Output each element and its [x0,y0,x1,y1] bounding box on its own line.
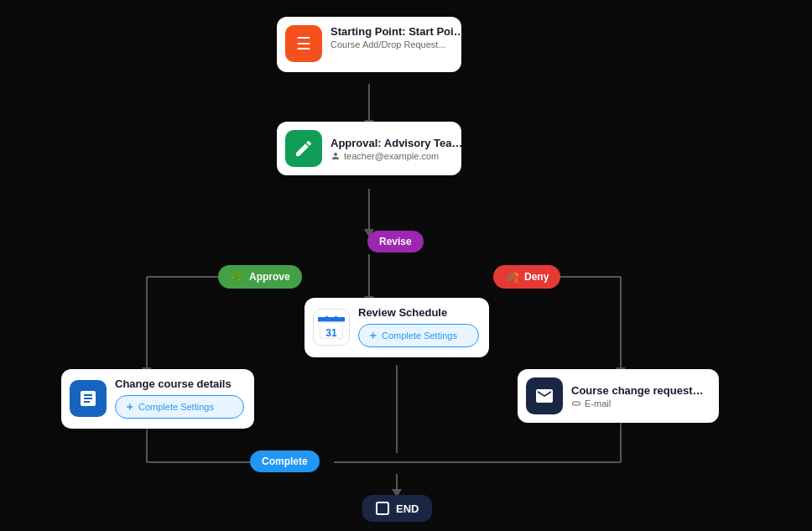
change-plus-icon: ＋ [124,399,135,414]
starting-point-node: ☰ Starting Point: Start Point: A... Cour… [277,17,461,72]
starting-point-icon: ☰ [285,25,322,62]
change-course-icon [70,380,107,417]
starting-point-subtitle: Course Add/Drop Request... [331,39,465,49]
rejected-content: Course change request rejec... E-mail [571,384,705,409]
approve-badge[interactable]: 🌿 Approve [218,265,302,289]
deny-badge[interactable]: 🍂 Deny [493,265,560,289]
svg-text:31: 31 [325,326,337,338]
approval-node: Approval: Advisory Teacher teacher@examp… [277,122,461,175]
svg-rect-20 [318,317,345,321]
review-plus-icon: ＋ [367,328,378,343]
svg-rect-23 [325,315,328,320]
starting-point-title: Starting Point: Start Point: A... [331,25,465,38]
revise-label: Revise [379,236,412,247]
change-course-node: Change course details ＋ Complete Setting… [61,369,254,429]
svg-rect-24 [335,315,337,320]
approve-leaf-icon: 🌿 [230,270,244,284]
approval-subtitle: teacher@example.com [331,151,465,161]
deny-leaf-icon: 🍂 [505,270,519,284]
change-course-content: Change course details ＋ Complete Setting… [115,377,244,419]
review-schedule-icon: 31 [313,309,350,346]
change-button-label: Complete Settings [138,402,214,412]
rejected-title: Course change request rejec... [571,384,705,397]
complete-badge[interactable]: Complete [250,450,320,472]
change-complete-settings-button[interactable]: ＋ Complete Settings [115,395,244,419]
flow-diagram: ☰ Starting Point: Start Point: A... Cour… [0,0,812,531]
deny-label: Deny [524,271,549,283]
complete-label: Complete [262,456,308,467]
review-complete-settings-button[interactable]: ＋ Complete Settings [358,324,479,347]
review-schedule-node: 31 Review Schedule ＋ Complete Settings [304,298,489,357]
rejected-icon [526,377,563,414]
review-button-label: Complete Settings [382,331,457,341]
end-node: END [362,495,432,522]
review-schedule-content: Review Schedule ＋ Complete Settings [358,306,479,347]
approval-title: Approval: Advisory Teacher [331,137,465,149]
revise-badge[interactable]: Revise [367,231,424,252]
connectors-svg [0,0,812,531]
approval-content: Approval: Advisory Teacher teacher@examp… [331,137,465,161]
rejected-node: Course change request rejec... E-mail [518,369,719,423]
approve-label: Approve [249,271,290,283]
review-schedule-title: Review Schedule [358,306,479,319]
rejected-subtitle: E-mail [571,398,705,409]
end-icon [376,502,389,515]
change-course-title: Change course details [115,377,244,390]
end-label: END [396,502,419,515]
starting-point-content: Starting Point: Start Point: A... Course… [331,25,465,49]
approval-icon [285,130,322,167]
